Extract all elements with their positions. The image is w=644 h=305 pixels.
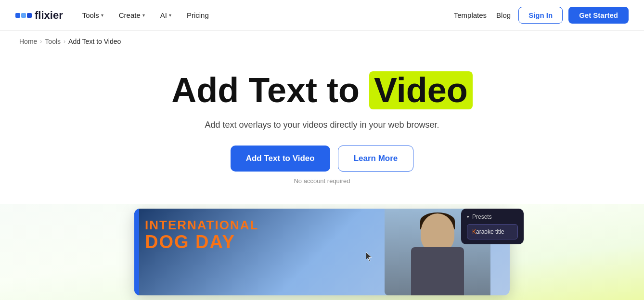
- signin-button[interactable]: Sign In: [518, 7, 563, 24]
- hero-title-highlight: Video: [369, 71, 473, 109]
- nav-blog[interactable]: Blog: [494, 7, 513, 23]
- karaoke-label: araoke title: [476, 228, 504, 235]
- breadcrumb-sep-1: ›: [40, 38, 42, 45]
- logo-text: flixier: [35, 9, 63, 22]
- video-text-line2: DOG DAY: [145, 232, 258, 252]
- breadcrumb-tools[interactable]: Tools: [45, 38, 61, 45]
- video-preview: INTERNATIONAL DOG DAY: [134, 209, 510, 295]
- breadcrumb-current: Add Text to Video: [68, 38, 121, 45]
- nav-create[interactable]: Create ▾: [113, 7, 151, 23]
- nav-right-actions: Templates Blog Sign In Get Started: [452, 7, 629, 24]
- hero-subtitle: Add text overlays to your videos directl…: [205, 120, 439, 130]
- breadcrumb: Home › Tools › Add Text to Video: [0, 31, 644, 52]
- nav-ai[interactable]: AI ▾: [155, 7, 177, 23]
- logo-icon: [15, 13, 32, 18]
- presets-header: ▾ Presets: [467, 213, 518, 220]
- video-text-line1: INTERNATIONAL: [145, 218, 258, 232]
- add-text-video-button[interactable]: Add Text to Video: [231, 146, 330, 172]
- preview-content: INTERNATIONAL DOG DAY ▾ Presets Karaoke …: [0, 204, 644, 300]
- logo[interactable]: flixier: [15, 9, 63, 22]
- ai-chevron-icon: ▾: [169, 13, 171, 18]
- hero-section: Add Text to Video Add text overlays to y…: [0, 52, 644, 204]
- nav-pricing[interactable]: Pricing: [181, 7, 215, 23]
- preview-area: INTERNATIONAL DOG DAY ▾ Presets Karaoke …: [0, 204, 644, 300]
- video-left-bar: [134, 209, 139, 295]
- breadcrumb-sep-2: ›: [64, 38, 65, 45]
- navbar: flixier Tools ▾ Create ▾ AI ▾ Pricing Te…: [0, 0, 644, 31]
- nav-tools[interactable]: Tools ▾: [77, 7, 109, 23]
- tools-chevron-icon: ▾: [101, 13, 103, 18]
- no-account-text: No account required: [294, 177, 350, 185]
- hero-title: Add Text to Video: [171, 71, 472, 109]
- presets-label: Presets: [472, 213, 492, 220]
- breadcrumb-home[interactable]: Home: [19, 38, 37, 45]
- person-body: [411, 247, 464, 295]
- create-chevron-icon: ▾: [142, 13, 145, 18]
- learn-more-button[interactable]: Learn More: [338, 146, 414, 172]
- getstarted-button[interactable]: Get Started: [568, 7, 629, 24]
- nav-templates[interactable]: Templates: [452, 7, 489, 23]
- presets-chevron-icon: ▾: [467, 214, 469, 219]
- video-text-overlay: INTERNATIONAL DOG DAY: [145, 218, 258, 252]
- hero-title-start: Add Text to: [171, 71, 360, 109]
- presets-karaoke-item[interactable]: Karaoke title: [467, 224, 518, 239]
- presets-panel: ▾ Presets Karaoke title: [461, 209, 524, 244]
- person-head: [421, 213, 454, 252]
- hero-buttons: Add Text to Video Learn More: [231, 146, 414, 172]
- karaoke-k: K: [472, 228, 476, 235]
